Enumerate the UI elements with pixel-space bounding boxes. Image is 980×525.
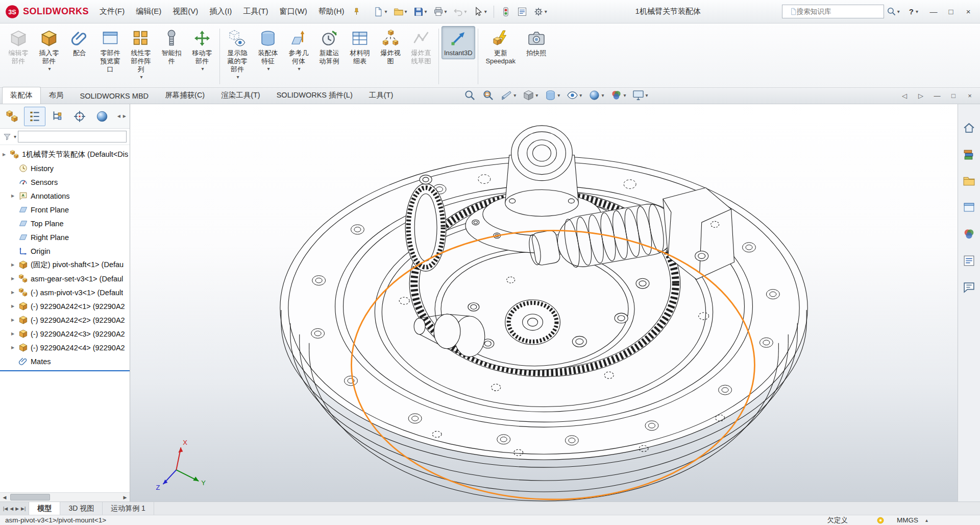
units-label[interactable]: MMGS bbox=[897, 516, 918, 524]
ribbon-component-preview-window[interactable]: 零部件预览窗口 bbox=[95, 26, 125, 76]
tab-3d-views[interactable]: 3D 视图 bbox=[60, 502, 103, 515]
tree-filter-input[interactable] bbox=[18, 131, 127, 142]
fm-tab-dimxpert[interactable] bbox=[69, 107, 90, 126]
menu-file[interactable]: 文件(F) bbox=[94, 3, 130, 20]
taskpane-appearances-button[interactable] bbox=[961, 226, 977, 243]
view-orientation-button[interactable]: ▾ bbox=[521, 88, 540, 102]
scroll-left-icon[interactable]: ◀ bbox=[0, 495, 9, 500]
ribbon-bill-of-materials[interactable]: 材料明细表 bbox=[345, 26, 375, 67]
tree-horizontal-scrollbar[interactable]: ◀ ▶ bbox=[0, 492, 130, 502]
ribbon-reference-geometry[interactable]: 参考几何体▾ bbox=[284, 26, 313, 74]
close-button[interactable]: × bbox=[960, 4, 977, 19]
tab-screen-capture[interactable]: 屏幕捕获(C) bbox=[157, 87, 213, 104]
taskpane-view-palette-button[interactable] bbox=[961, 199, 977, 216]
tree-item-asm-pivot[interactable]: ▶(-) asm-pivot-v3<1> (Default bbox=[0, 285, 130, 299]
expand-arrow-icon[interactable]: ▶ bbox=[3, 152, 10, 157]
ribbon-instant3d[interactable]: Instant3D bbox=[442, 26, 475, 59]
fm-tab-configurations[interactable] bbox=[46, 107, 68, 126]
zoom-area-button[interactable] bbox=[481, 88, 496, 102]
tree-item-92290A242-1[interactable]: ▶(-) 92290A242<1> (92290A2 bbox=[0, 299, 130, 313]
taskpane-home-button[interactable] bbox=[961, 120, 977, 136]
tree-item-mates[interactable]: Mates bbox=[0, 354, 130, 368]
last-tab-icon[interactable]: ▶| bbox=[21, 506, 26, 511]
expand-arrow-icon[interactable]: ▶ bbox=[11, 276, 18, 281]
menu-insert[interactable]: 插入(I) bbox=[204, 3, 237, 20]
hide-show-items-button[interactable]: ▾ bbox=[565, 88, 583, 102]
tab-layout[interactable]: 布局 bbox=[41, 87, 72, 104]
new-document-button[interactable]: ▾ bbox=[371, 5, 389, 19]
edit-appearance-button[interactable]: ▾ bbox=[587, 88, 605, 102]
menu-view[interactable]: 视图(V) bbox=[167, 3, 204, 20]
expand-arrow-icon[interactable]: ▶ bbox=[11, 331, 18, 336]
search-input[interactable] bbox=[782, 5, 884, 18]
cad-model-wireframe[interactable]: X Y Z bbox=[130, 104, 958, 502]
select-button[interactable]: ▾ bbox=[471, 5, 489, 19]
tab-render-tools[interactable]: 渲染工具(T) bbox=[213, 87, 268, 104]
tree-item-right-plane[interactable]: Right Plane bbox=[0, 230, 130, 244]
tree-item-origin[interactable]: Origin bbox=[0, 244, 130, 258]
tree-item-92290A242-3[interactable]: ▶(-) 92290A242<3> (92290A2 bbox=[0, 327, 130, 341]
scrollbar-thumb[interactable] bbox=[10, 494, 50, 500]
undo-button[interactable]: ▾ bbox=[451, 5, 470, 19]
pin-menu-button[interactable] bbox=[350, 5, 363, 18]
scrollbar-track[interactable] bbox=[9, 493, 120, 502]
ribbon-assembly-features[interactable]: 装配体特征▾ bbox=[253, 26, 283, 74]
tree-item-assembly-root[interactable]: ▶1机械臂关节装配体 (Default<Dis bbox=[0, 148, 130, 161]
document-close-button[interactable]: × bbox=[962, 89, 978, 102]
restore-button[interactable]: □ bbox=[942, 4, 960, 19]
ribbon-new-motion-study[interactable]: 新建运动算例 bbox=[314, 26, 344, 67]
report-button[interactable] bbox=[514, 5, 530, 19]
taskpane-file-explorer-button[interactable] bbox=[961, 173, 977, 189]
minimize-button[interactable]: — bbox=[925, 4, 942, 19]
search-button[interactable]: ▾ bbox=[884, 5, 902, 18]
ribbon-linear-component-pattern[interactable]: 线性零部件阵列▾ bbox=[126, 26, 156, 82]
tab-solidworks-mbd[interactable]: SOLIDWORKS MBD bbox=[72, 88, 157, 104]
tree-item-sensors[interactable]: Sensors bbox=[0, 175, 130, 189]
apply-scene-button[interactable]: ▾ bbox=[609, 88, 627, 102]
expand-arrow-icon[interactable]: ▶ bbox=[11, 345, 18, 350]
ribbon-smart-fasteners[interactable]: 智能扣件 bbox=[157, 26, 186, 67]
tree-item-92290A242-4[interactable]: ▶(-) 92290A242<4> (92290A2 bbox=[0, 341, 130, 354]
ribbon-move-component[interactable]: 移动零部件▾ bbox=[187, 26, 217, 74]
ribbon-insert-component[interactable]: 插入零部件▾ bbox=[34, 26, 64, 74]
ribbon-mate[interactable]: 配合 bbox=[65, 26, 94, 59]
expand-arrow-icon[interactable]: ▶ bbox=[11, 194, 18, 198]
performance-button[interactable] bbox=[498, 5, 513, 19]
tab-solidworks-addins[interactable]: SOLIDWORKS 插件(L) bbox=[268, 87, 361, 104]
expand-arrow-icon[interactable]: ▶ bbox=[11, 318, 18, 322]
scroll-right-icon[interactable]: ▶ bbox=[122, 112, 127, 120]
fm-tab-display-manager[interactable] bbox=[91, 107, 113, 126]
ribbon-explode-line-sketch[interactable]: 爆炸直线草图 bbox=[406, 26, 436, 67]
scroll-right-icon[interactable]: ▶ bbox=[120, 495, 130, 500]
tab-motion-study-1[interactable]: 运动算例 1 bbox=[103, 502, 154, 515]
tree-item-92290A242-2[interactable]: ▶(-) 92290A242<2> (92290A2 bbox=[0, 313, 130, 327]
quick-tip-icon[interactable] bbox=[876, 516, 885, 524]
tab-assembly[interactable]: 装配体 bbox=[2, 87, 41, 104]
ribbon-update-speedpak[interactable]: 更新Speedpak bbox=[481, 26, 521, 67]
units-expand-icon[interactable]: ▴ bbox=[925, 517, 928, 523]
open-button[interactable]: ▾ bbox=[391, 5, 410, 19]
document-minimize-button[interactable]: — bbox=[929, 89, 945, 102]
rollback-bar[interactable] bbox=[0, 370, 130, 371]
next-document-button[interactable]: ▷ bbox=[913, 89, 929, 102]
zoom-fit-button[interactable] bbox=[462, 88, 477, 102]
first-tab-icon[interactable]: |◀ bbox=[3, 506, 8, 511]
ribbon-take-snapshot[interactable]: 拍快照 bbox=[522, 26, 551, 59]
tree-item-pivot-shaft[interactable]: ▶(固定) pivot-shaft<1> (Defau bbox=[0, 258, 130, 272]
tree-item-annotations[interactable]: ▶Annotations bbox=[0, 189, 130, 203]
section-view-button[interactable]: ▾ bbox=[499, 88, 518, 102]
tab-model[interactable]: 模型 bbox=[29, 502, 60, 515]
help-button[interactable]: ?▾ bbox=[905, 5, 921, 18]
next-tab-icon[interactable]: ▶ bbox=[15, 506, 19, 511]
menu-help[interactable]: 帮助(H) bbox=[313, 3, 350, 20]
menu-edit[interactable]: 编辑(E) bbox=[130, 3, 167, 20]
tab-tools[interactable]: 工具(T) bbox=[361, 87, 402, 104]
fm-tab-feature-tree[interactable] bbox=[24, 107, 45, 126]
scroll-left-icon[interactable]: ◀ bbox=[116, 112, 121, 120]
graphics-viewport[interactable]: X Y Z bbox=[130, 104, 958, 502]
taskpane-custom-properties-button[interactable] bbox=[961, 252, 977, 269]
ribbon-show-hidden-components[interactable]: 显示隐藏的零部件▾ bbox=[223, 26, 252, 82]
expand-arrow-icon[interactable]: ▶ bbox=[11, 290, 18, 295]
expand-arrow-icon[interactable]: ▶ bbox=[11, 262, 18, 267]
taskpane-forum-button[interactable] bbox=[961, 279, 977, 296]
